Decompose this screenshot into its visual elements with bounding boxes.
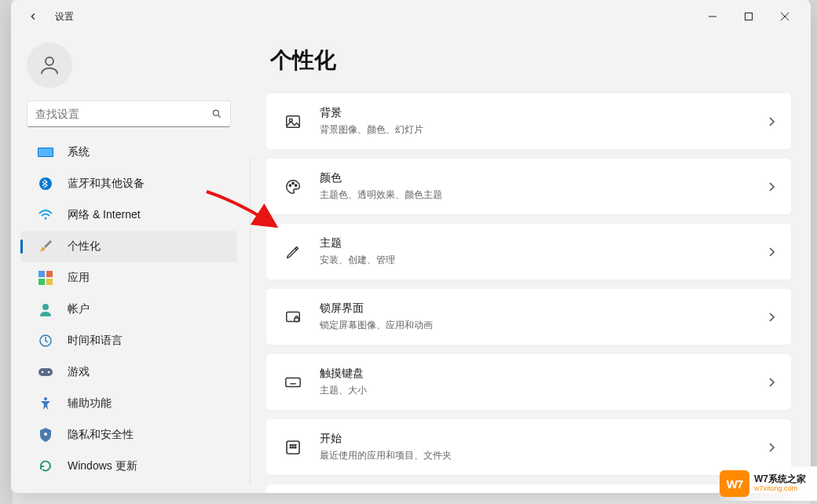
sidebar-item-system[interactable]: 系统 (20, 137, 237, 168)
svg-rect-10 (46, 271, 53, 277)
sidebar-item-network[interactable]: 网络 & Internet (20, 199, 237, 231)
card-title: 背景 (320, 106, 768, 120)
svg-rect-15 (38, 368, 53, 376)
sidebar-item-privacy[interactable]: 隐私和安全性 (20, 419, 237, 451)
svg-point-39 (295, 447, 296, 448)
sidebar-item-time-language[interactable]: 时间和语言 (20, 325, 237, 356)
palette-icon (284, 178, 302, 195)
svg-rect-20 (287, 115, 300, 127)
minimize-button[interactable] (694, 5, 731, 28)
sidebar-item-label: 个性化 (68, 239, 101, 254)
svg-point-19 (44, 433, 47, 436)
card-subtitle: 锁定屏幕图像、应用和动画 (320, 319, 768, 332)
sidebar-item-windows-update[interactable]: Windows 更新 (20, 451, 237, 482)
card-title: 主题 (320, 236, 768, 250)
card-background[interactable]: 背景 背景图像、颜色、幻灯片 (266, 93, 792, 150)
search-field[interactable] (35, 108, 211, 120)
pen-icon (284, 243, 302, 261)
person-icon (38, 53, 61, 77)
chevron-right-icon (768, 181, 775, 192)
image-icon (284, 113, 302, 130)
card-start[interactable]: 开始 最近使用的应用和项目、文件夹 (266, 418, 792, 476)
sidebar-item-label: 隐私和安全性 (68, 428, 134, 442)
card-touch-keyboard[interactable]: 触摸键盘 主题、大小 (266, 353, 792, 411)
card-subtitle: 背景图像、颜色、幻灯片 (320, 123, 768, 137)
svg-point-24 (295, 184, 297, 186)
card-title: 开始 (320, 432, 768, 446)
sidebar-item-label: 系统 (68, 145, 90, 159)
paintbrush-icon (38, 239, 53, 254)
back-button[interactable] (22, 5, 44, 27)
shield-icon (39, 428, 52, 442)
watermark-badge: W7 (720, 470, 749, 497)
svg-rect-9 (38, 271, 45, 277)
wifi-icon (38, 209, 53, 221)
svg-point-8 (45, 217, 47, 220)
sidebar-item-label: 应用 (68, 271, 90, 285)
card-subtitle: 主题色、透明效果、颜色主题 (320, 188, 768, 202)
keyboard-icon (284, 376, 302, 389)
search-icon (211, 108, 222, 119)
title-bar: 设置 (11, 0, 811, 33)
sidebar-item-label: 帐户 (68, 302, 90, 316)
close-button[interactable] (767, 5, 803, 28)
window-title: 设置 (55, 10, 74, 24)
chevron-right-icon (768, 247, 775, 257)
chevron-right-icon (768, 312, 775, 323)
sidebar-item-accessibility[interactable]: 辅助功能 (20, 388, 237, 419)
sidebar-item-label: 辅助功能 (68, 396, 112, 411)
sidebar-item-gaming[interactable]: 游戏 (20, 356, 237, 388)
bluetooth-icon (38, 177, 53, 191)
svg-point-2 (46, 57, 53, 65)
monitor-icon (38, 146, 53, 159)
svg-rect-27 (286, 378, 300, 386)
arrow-left-icon (27, 11, 38, 22)
svg-point-38 (292, 447, 294, 448)
sidebar-item-apps[interactable]: 应用 (20, 262, 237, 294)
card-themes[interactable]: 主题 安装、创建、管理 (266, 223, 792, 280)
chevron-right-icon (768, 116, 775, 127)
account-icon (38, 302, 53, 316)
search-input[interactable] (27, 100, 231, 127)
svg-rect-26 (295, 317, 299, 321)
svg-point-35 (292, 444, 294, 446)
chevron-right-icon (768, 442, 775, 453)
svg-point-22 (289, 184, 291, 186)
sidebar-item-accounts[interactable]: 帐户 (20, 294, 237, 325)
update-icon (38, 459, 53, 473)
lock-screen-icon (284, 309, 302, 326)
watermark-line1: W7系统之家 (754, 474, 806, 484)
sidebar-item-label: 游戏 (68, 365, 90, 379)
svg-point-17 (48, 371, 50, 374)
page-title: 个性化 (270, 46, 792, 75)
chevron-right-icon (768, 377, 775, 388)
user-avatar[interactable] (27, 42, 72, 88)
clock-globe-icon (38, 334, 53, 348)
svg-point-16 (42, 371, 44, 374)
maximize-button[interactable] (731, 5, 767, 28)
card-subtitle: 主题、大小 (320, 384, 768, 397)
sidebar-item-personalization[interactable]: 个性化 (20, 231, 237, 262)
close-icon (781, 13, 789, 20)
sidebar-item-bluetooth[interactable]: 蓝牙和其他设备 (20, 168, 237, 199)
card-lock-screen[interactable]: 锁屏界面 锁定屏幕图像、应用和动画 (266, 288, 792, 345)
maximize-icon (745, 13, 753, 20)
card-title: 锁屏界面 (320, 301, 768, 316)
sidebar-item-label: Windows 更新 (68, 459, 137, 473)
watermark: W7 W7系统之家 w7xitong.com (716, 466, 817, 501)
svg-point-3 (213, 110, 218, 115)
apps-icon (38, 271, 53, 285)
card-colors[interactable]: 颜色 主题色、透明效果、颜色主题 (266, 158, 792, 215)
svg-point-34 (290, 444, 291, 446)
svg-point-37 (290, 447, 291, 448)
watermark-line2: w7xitong.com (754, 485, 806, 493)
start-icon (285, 440, 301, 455)
card-title: 颜色 (320, 171, 768, 185)
minimize-icon (709, 13, 716, 20)
gamepad-icon (38, 367, 53, 378)
svg-rect-11 (38, 279, 45, 285)
content-area: 个性化 背景 背景图像、颜色、幻灯片 颜色 主题色、透明效果、颜色主题 (247, 33, 811, 493)
card-taskbar[interactable]: 任务栏 任务栏行为，系统固定 (266, 484, 792, 493)
accessibility-icon (38, 396, 53, 411)
svg-point-13 (42, 304, 49, 310)
